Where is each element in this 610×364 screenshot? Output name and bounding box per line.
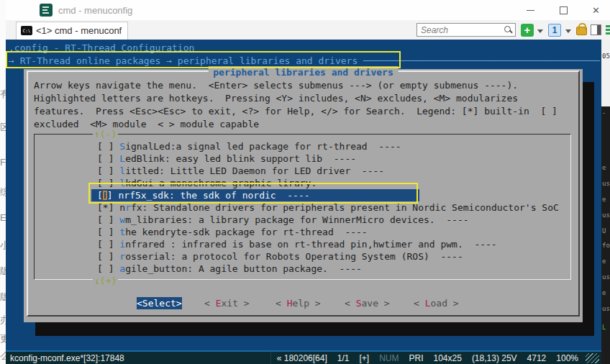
tab-cmd-menuconf[interactable]: C:\ <1> cmd - menuconf xyxy=(16,22,128,40)
background-text-fragment: E xyxy=(0,212,6,223)
minimize-button[interactable] xyxy=(514,0,547,20)
window-titlebar: cmd - menuconfig ✕ xyxy=(6,0,610,20)
menu-item[interactable]: [ ] wm_libraries: a library package for … xyxy=(97,214,469,226)
menu-item[interactable]: [ ] the kendryte-sdk package for rt-thre… xyxy=(97,226,368,238)
help-text-line: Highlighted letters are hotkeys. Pressin… xyxy=(34,92,518,104)
new-console-button[interactable]: + xyxy=(521,24,534,37)
close-button[interactable]: ✕ xyxy=(580,0,610,20)
maximize-button[interactable] xyxy=(547,0,580,20)
background-text-fragment: - xyxy=(602,109,606,117)
tab-bar: C:\ <1> cmd - menuconf Search + 1 xyxy=(6,20,610,40)
dialog-shadow-right xyxy=(583,82,594,322)
background-text-fragment: 办 xyxy=(0,314,6,327)
background-text-fragment: e xyxy=(602,196,606,203)
background-text-fragment: us xyxy=(602,211,610,219)
background-text-fragment: 版 xyxy=(0,291,6,304)
background-window-left-strip: 有区F综E小版版办更么 xyxy=(0,0,6,364)
background-text-fragment: 05 xyxy=(602,53,610,60)
menu-item[interactable]: [ ] SignalLed:a signal led package for r… xyxy=(97,140,401,153)
conemu-app-icon xyxy=(40,4,53,17)
status-buffer-pos: 1/1 xyxy=(337,353,350,363)
status-pid: 4712 xyxy=(527,353,547,363)
status-bar: kconfig-mconf.exe*[32]:17848 « 180206[64… xyxy=(6,350,601,364)
background-text-fragment: F xyxy=(0,157,6,168)
status-console-id: « 180206[64] xyxy=(277,353,327,363)
new-console-dropdown-icon[interactable] xyxy=(537,29,543,33)
background-text-fragment: 综 xyxy=(0,186,6,199)
search-icon xyxy=(504,26,511,32)
select-button[interactable]: <Select> xyxy=(137,297,182,309)
screenshot-root: 有区F综E小版版办更么 05-euseusUfoeuseusL cmd - me… xyxy=(0,0,610,364)
split-panel-icon[interactable] xyxy=(591,24,601,35)
search-placeholder: Search xyxy=(421,25,448,35)
cmd-icon: C:\ xyxy=(21,26,32,35)
annotation-box-breadcrumb xyxy=(6,51,401,68)
help-text-line: Arrow keys navigate the menu. <Enter> se… xyxy=(34,79,518,91)
menu-item[interactable]: [ ] rosserial: a protocol for Robots Ope… xyxy=(97,250,463,263)
scroll-up-indicator: ↑(-) xyxy=(93,128,118,140)
status-numlock: NUM xyxy=(379,353,399,363)
background-text-fragment: e xyxy=(602,289,606,296)
background-text-fragment: fo xyxy=(602,242,610,249)
background-text-fragment: 区 xyxy=(0,121,6,134)
status-priority: PRI xyxy=(409,353,423,363)
resize-grip[interactable] xyxy=(586,353,599,363)
background-text-fragment: e xyxy=(602,258,606,265)
background-window-right-strip: 05-euseusUfoeuseusL xyxy=(601,40,610,364)
dialog-shadow-bottom xyxy=(35,322,594,336)
status-cursor-pos: (18,13) 25V xyxy=(472,353,517,363)
background-text-fragment: e xyxy=(602,164,606,171)
background-text-fragment: L xyxy=(602,324,606,331)
lock-icon[interactable] xyxy=(576,27,587,35)
background-text-fragment: 更 xyxy=(0,332,6,345)
save-button[interactable]: < Save > xyxy=(345,297,390,309)
help-text-line: excluded <M> module < > module capable xyxy=(34,118,259,130)
tab-label: <1> cmd - menuconf xyxy=(36,25,122,36)
status-process-info: kconfig-mconf.exe*[32]:17848 xyxy=(10,353,124,363)
scroll-down-indicator: ↓(+) xyxy=(93,275,118,287)
hamburger-menu-icon[interactable] xyxy=(606,25,610,35)
help-button[interactable]: < Help > xyxy=(276,297,321,309)
exit-button[interactable]: < Exit > xyxy=(204,297,250,309)
background-text-fragment: 有 xyxy=(0,88,6,101)
menu-item[interactable]: [ ] LedBlink: easy led blink support lib… xyxy=(97,153,356,165)
menu-item[interactable]: [ ] infrared : infrared is base on rt-th… xyxy=(97,238,497,250)
help-text-line: features. Press <Esc><Esc> to exit, <?> … xyxy=(34,105,557,117)
background-text-fragment: 小 xyxy=(0,239,6,252)
menu-item[interactable]: [ ] littled: Little LED Daemon for LED d… xyxy=(97,165,384,177)
background-text-fragment: us xyxy=(602,305,610,312)
window-title: cmd - menuconfig xyxy=(58,5,132,16)
search-input[interactable]: Search xyxy=(416,23,516,37)
status-divider xyxy=(270,352,271,364)
terminal-area[interactable]: .config - RT-Thread Configuration → RT-T… xyxy=(6,40,601,350)
background-text-fragment: 么 xyxy=(0,350,6,363)
console-1-button[interactable]: 1 xyxy=(548,24,561,37)
background-text-fragment: U xyxy=(602,227,606,235)
background-text-fragment: 版 xyxy=(0,265,6,278)
menu-item[interactable]: [ ] agile_button: A agile button package… xyxy=(97,263,362,275)
load-button[interactable]: < Load > xyxy=(414,297,459,309)
background-text-fragment: us xyxy=(602,180,610,187)
status-right-cluster: « 180206[64] 1/1 [+] NUM PRI 104x25 (18,… xyxy=(277,353,578,363)
background-window-light-area xyxy=(601,40,610,106)
status-zoom-level: 100% xyxy=(556,353,578,363)
status-scroll-indicator: [+] xyxy=(359,353,369,363)
background-text-fragment: us xyxy=(602,273,610,281)
console-list-dropdown-icon[interactable] xyxy=(565,29,571,33)
annotation-box-selected-item xyxy=(88,183,418,204)
status-console-size: 104x25 xyxy=(434,353,462,363)
